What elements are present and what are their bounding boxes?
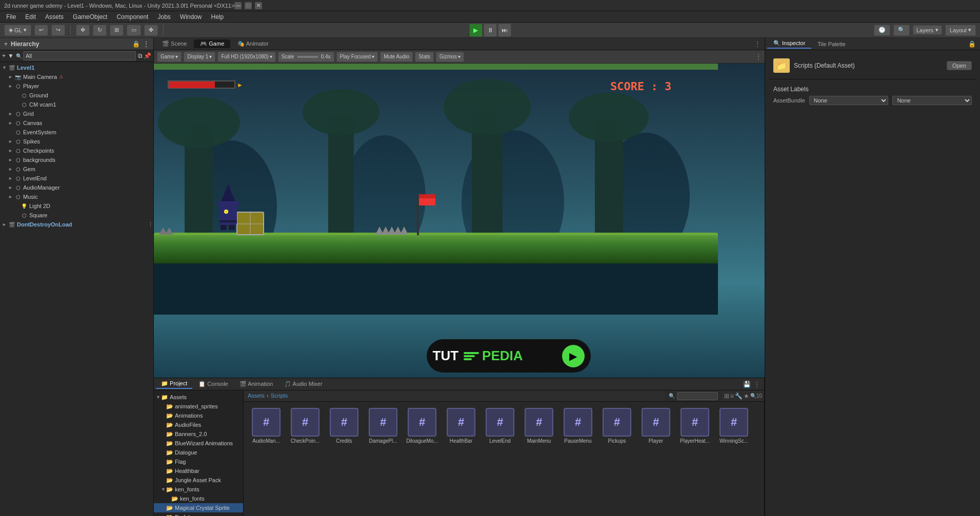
file-winningsc[interactable]: # WinningSc... <box>715 406 752 446</box>
open-button[interactable]: Open <box>947 61 972 70</box>
tree-item-animated-sprites[interactable]: 📂 animated_sprites <box>154 402 243 411</box>
project-save-icon[interactable]: 💾 <box>743 381 751 388</box>
hierarchy-copy-icon[interactable]: ⧉ <box>138 52 143 59</box>
game-toolbar-options-icon[interactable]: ⋮ <box>755 53 762 60</box>
project-filter-button[interactable]: 🔧 <box>735 393 743 400</box>
hierarchy-item-light2d[interactable]: 💡 Light 2D <box>0 201 153 211</box>
tree-item-ken-fonts[interactable]: ▼ 📂 ken_fonts <box>154 485 243 494</box>
hierarchy-lock-icon[interactable]: 🔒 <box>132 40 140 48</box>
tree-item-magical-crystal[interactable]: 📂 Magical Crystal Sprite <box>154 503 243 512</box>
pause-button[interactable]: ⏸ <box>484 24 497 37</box>
undo-button[interactable]: ↩ <box>34 25 48 36</box>
file-damagepl[interactable]: # DamagePl... <box>365 406 402 446</box>
tab-inspector[interactable]: 🔍 Inspector <box>767 39 811 49</box>
file-diloagueme[interactable]: # DiloagueMo... <box>404 406 441 446</box>
scale-tool[interactable]: ⊞ <box>110 25 124 36</box>
menu-jobs[interactable]: Jobs <box>153 12 174 22</box>
hierarchy-item-player[interactable]: ► ⬡ Player <box>0 81 153 91</box>
file-mainmenu[interactable]: # MainMenu <box>521 406 557 446</box>
tutpedia-play-button[interactable]: ▶ <box>562 345 585 367</box>
file-pickups[interactable]: # Pickups <box>598 406 635 446</box>
file-checkpoint[interactable]: # CheckPoin... <box>287 406 324 446</box>
scale-control[interactable]: Scale 0.4x <box>278 52 334 62</box>
asset-bundle-select-2[interactable]: None <box>892 96 972 105</box>
menu-edit[interactable]: Edit <box>21 12 40 22</box>
hierarchy-item-spikes[interactable]: ► ⬡ Spikes <box>0 137 153 146</box>
minimize-button[interactable]: — <box>234 2 242 9</box>
hierarchy-item-ground[interactable]: ⬡ Ground <box>0 91 153 100</box>
menu-component[interactable]: Component <box>112 12 152 22</box>
custom-tool[interactable]: ✤ <box>144 25 158 36</box>
menu-gameobject[interactable]: GameObject <box>69 12 111 22</box>
hierarchy-item-grid[interactable]: ► ⬡ Grid <box>0 109 153 118</box>
hierarchy-item-dontdestroyonload[interactable]: ► 🎬 DontDestroyOnLoad ⋮ <box>0 220 153 229</box>
hierarchy-item-cmvcam1[interactable]: ⬡ CM vcam1 <box>0 100 153 109</box>
menu-help[interactable]: Help <box>207 12 228 22</box>
resolution-dropdown[interactable]: Full HD (1920x1080) ▾ <box>217 52 275 62</box>
tab-tile-palette[interactable]: Tile Palette <box>811 40 852 48</box>
gl-dropdown[interactable]: ◈ GL ▾ <box>4 25 31 36</box>
tab-console[interactable]: 📋 Console <box>193 380 233 388</box>
tab-animation[interactable]: 🎬 Animation <box>234 380 278 388</box>
hierarchy-item-backgrounds[interactable]: ► ⬡ backgrounds <box>0 155 153 164</box>
hierarchy-pin-icon[interactable]: 📌 <box>144 52 151 59</box>
layout-dropdown[interactable]: Layout ▾ <box>945 25 976 36</box>
menu-file[interactable]: File <box>2 12 20 22</box>
tree-item-dialogue[interactable]: 📂 Dialogue <box>154 448 243 457</box>
display-dropdown[interactable]: Display 1 ▾ <box>184 52 215 62</box>
hierarchy-search-add[interactable]: + <box>2 52 6 59</box>
rect-tool[interactable]: ▭ <box>127 25 141 36</box>
file-audiomanager[interactable]: # AudioMan... <box>248 406 285 446</box>
menu-assets[interactable]: Assets <box>41 12 68 22</box>
move-tool[interactable]: ✥ <box>76 25 90 36</box>
project-icon-view-button[interactable]: ⊞ <box>724 393 729 400</box>
tree-item-healthbar[interactable]: 📂 Healthbar <box>154 466 243 476</box>
stats-button[interactable]: Stats <box>415 52 434 62</box>
hierarchy-search-input[interactable] <box>23 51 136 60</box>
play-button[interactable]: ▶ <box>469 24 483 37</box>
file-playerheat[interactable]: # PlayerHeat... <box>676 406 713 446</box>
project-list-view-button[interactable]: ≡ <box>730 393 734 400</box>
tree-item-prefabs[interactable]: 📂 Prefabs <box>154 512 243 516</box>
tab-animator[interactable]: 🎭 Animator <box>231 39 274 48</box>
close-button[interactable]: ✕ <box>255 2 262 9</box>
tree-item-ken-fonts-sub[interactable]: 📂 ken_fonts <box>154 494 243 503</box>
hierarchy-item-maincamera[interactable]: ► 📷 Main Camera ⚠ <box>0 72 153 81</box>
project-options-icon[interactable]: ⋮ <box>754 381 760 388</box>
history-button[interactable]: 🕐 <box>874 25 890 36</box>
tab-project[interactable]: 📁 Project <box>156 379 192 389</box>
breadcrumb-scripts[interactable]: Scripts <box>271 393 288 399</box>
breadcrumb-assets[interactable]: Assets <box>248 393 265 399</box>
tree-item-animations[interactable]: 📂 Animations <box>154 411 243 420</box>
hierarchy-item-checkpoints[interactable]: ► ⬡ Checkpoints <box>0 146 153 155</box>
project-search-input[interactable] <box>677 392 718 400</box>
tab-game[interactable]: 🎮 Game <box>194 39 230 48</box>
tree-item-audiofiles[interactable]: 📂 AudioFiles <box>154 420 243 429</box>
layers-dropdown[interactable]: Layers ▾ <box>913 25 942 35</box>
hierarchy-item-eventsystem[interactable]: ⬡ EventSystem <box>0 128 153 137</box>
hierarchy-options-icon[interactable]: ⋮ <box>143 40 149 48</box>
hierarchy-item-levelend[interactable]: ► ⬡ LevelEnd <box>0 174 153 183</box>
hierarchy-item-square[interactable]: ⬡ Square <box>0 211 153 220</box>
search-button[interactable]: 🔍 <box>893 25 910 36</box>
hierarchy-add-button[interactable]: + <box>4 40 8 48</box>
hierarchy-item-audiomanager[interactable]: ► ⬡ AudioManager <box>0 183 153 192</box>
tree-item-jungle[interactable]: 📂 Jungle Asset Pack <box>154 476 243 485</box>
hierarchy-item-canvas[interactable]: ► ⬡ Canvas <box>0 118 153 128</box>
tab-audio-mixer[interactable]: 🎵 Audio Mixer <box>279 380 328 388</box>
tab-scene[interactable]: 🎬 Scene <box>156 39 193 48</box>
step-button[interactable]: ⏭ <box>498 24 511 37</box>
project-star-button[interactable]: ★ <box>744 393 749 400</box>
tree-item-assets[interactable]: ▼ 📁 Assets <box>154 393 243 402</box>
tree-item-bluewizard[interactable]: 📂 BlueWizard Animations <box>154 439 243 448</box>
tree-item-banners[interactable]: 📂 Banners_2.0 <box>154 429 243 439</box>
inspector-lock-icon[interactable]: 🔒 <box>968 40 976 48</box>
view-options-icon[interactable]: ⋮ <box>752 40 763 48</box>
asset-bundle-select-1[interactable]: None <box>809 96 889 105</box>
game-dropdown[interactable]: Game ▾ <box>157 52 182 62</box>
file-player[interactable]: # Player <box>637 406 674 446</box>
tree-item-flag[interactable]: 📂 Flag <box>154 457 243 466</box>
redo-button[interactable]: ↪ <box>51 25 65 36</box>
maximize-button[interactable]: □ <box>245 2 252 9</box>
file-credits[interactable]: # Credits <box>326 406 363 446</box>
